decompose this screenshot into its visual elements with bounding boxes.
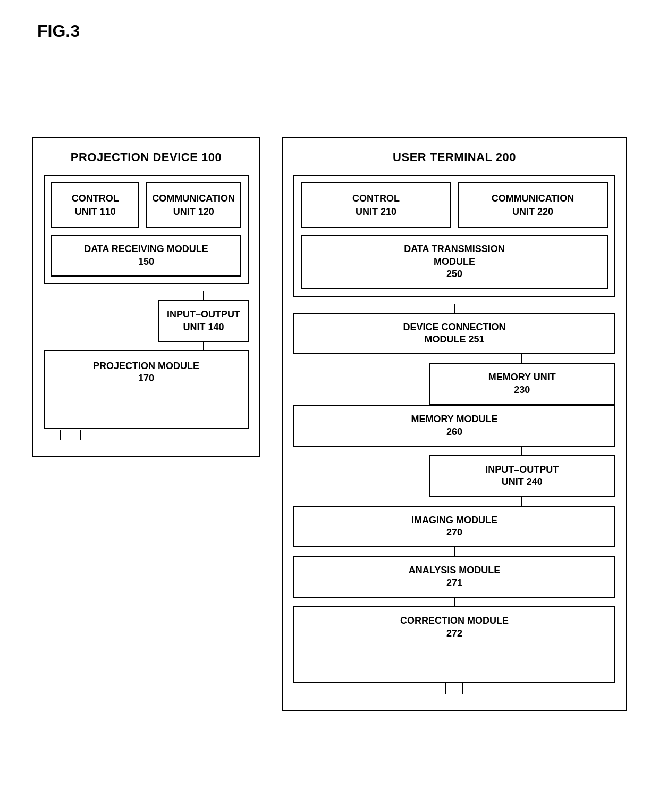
ut-data-transmission-module: DATA TRANSMISSION MODULE 250 — [301, 235, 608, 289]
ut-vline2 — [454, 547, 455, 556]
ut-memory-unit: MEMORY UNIT 230 — [429, 363, 615, 405]
diagram-container: PROJECTION DEVICE 100 CONTROL UNIT 110 C… — [32, 137, 627, 711]
ut-vline-io2 — [521, 497, 522, 506]
pd-data-receiving-module: DATA RECEIVING MODULE 150 — [51, 235, 241, 277]
pd-io-unit: INPUT–OUTPUT UNIT 140 — [158, 300, 249, 342]
ut-io-unit-row: INPUT–OUTPUT UNIT 240 — [293, 447, 615, 506]
ut-vline3 — [454, 598, 455, 606]
ut-vline1 — [454, 304, 455, 313]
ut-top-row: CONTROL UNIT 210 COMMUNICATION UNIT 220 — [301, 182, 608, 228]
user-terminal-box: USER TERMINAL 200 CONTROL UNIT 210 COMMU… — [282, 137, 627, 711]
pd-communication-unit: COMMUNICATION UNIT 120 — [146, 182, 241, 228]
pd-bottom-connectors — [44, 429, 249, 440]
pd-vline2 — [203, 342, 204, 350]
ut-bottom-connectors — [293, 683, 615, 694]
pd-control-unit: CONTROL UNIT 110 — [51, 182, 139, 228]
ut-analysis-module: ANALYSIS MODULE 271 — [293, 556, 615, 598]
pd-inner-border: CONTROL UNIT 110 COMMUNICATION UNIT 120 … — [44, 175, 249, 284]
pd-projection-module: PROJECTION MODULE 170 — [44, 350, 249, 429]
ut-memory-unit-row: MEMORY UNIT 230 — [293, 354, 615, 405]
ut-io-unit: INPUT–OUTPUT UNIT 240 — [429, 455, 615, 497]
ut-communication-unit: COMMUNICATION UNIT 220 — [458, 182, 608, 228]
ut-control-unit: CONTROL UNIT 210 — [301, 182, 451, 228]
ut-top-section: CONTROL UNIT 210 COMMUNICATION UNIT 220 … — [293, 175, 615, 297]
ut-device-connection-module: DEVICE CONNECTION MODULE 251 — [293, 313, 615, 355]
projection-device-box: PROJECTION DEVICE 100 CONTROL UNIT 110 C… — [32, 137, 260, 457]
ut-memory-module: MEMORY MODULE 260 — [293, 405, 615, 447]
pd-connector1: INPUT–OUTPUT UNIT 140 — [44, 291, 249, 350]
ut-vline-io — [521, 447, 522, 455]
pd-top-row: CONTROL UNIT 110 COMMUNICATION UNIT 120 — [51, 182, 241, 228]
pd-vline1 — [203, 291, 204, 300]
user-terminal-title: USER TERMINAL 200 — [293, 150, 615, 164]
fig-label: FIG.3 — [37, 21, 627, 41]
ut-correction-module: CORRECTION MODULE 272 — [293, 606, 615, 683]
ut-vline-mem — [521, 354, 522, 363]
ut-imaging-module: IMAGING MODULE 270 — [293, 506, 615, 548]
projection-device-title: PROJECTION DEVICE 100 — [44, 150, 249, 164]
